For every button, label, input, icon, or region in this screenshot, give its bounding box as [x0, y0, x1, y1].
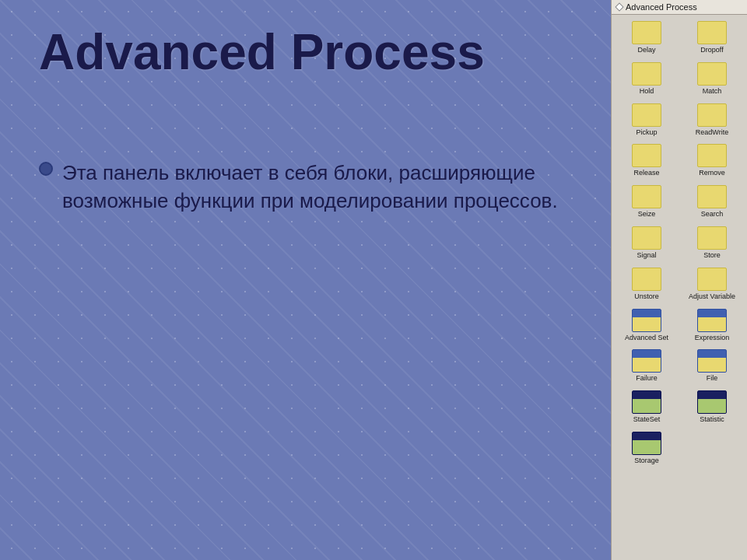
panel-item[interactable]: Statistic	[680, 387, 744, 427]
item-label: StateSet	[633, 415, 661, 424]
panel-item[interactable]: Adjust Variable	[680, 264, 744, 304]
item-icon	[697, 185, 727, 208]
panel-item[interactable]: Signal	[615, 223, 679, 263]
item-icon	[697, 144, 727, 167]
item-icon	[697, 349, 727, 373]
panel-item[interactable]: Dropoff	[680, 18, 744, 58]
item-icon	[697, 309, 727, 332]
bullet-icon	[39, 162, 53, 176]
item-icon	[632, 144, 661, 167]
panel-titlebar: Advanced Process	[612, 0, 747, 15]
panel-item[interactable]: Delay	[615, 18, 679, 58]
item-label: Store	[703, 251, 721, 260]
item-label: Adjust Variable	[689, 292, 735, 301]
panel-item[interactable]: Advanced Set	[615, 306, 679, 345]
item-label: Remove	[699, 169, 725, 177]
item-label: Advanced Set	[625, 334, 668, 342]
panel-item[interactable]: Release	[615, 141, 679, 180]
bullet-text: Эта панель включает в себя блоки, расшир…	[62, 159, 572, 215]
item-icon	[632, 21, 661, 44]
panel-item[interactable]: Remove	[680, 141, 744, 180]
panel-item[interactable]: Expression	[680, 306, 744, 345]
item-icon	[632, 62, 661, 86]
panel-item[interactable]: Seize	[615, 182, 679, 222]
item-label: Failure	[636, 374, 658, 383]
panel-item[interactable]: StateSet	[615, 387, 679, 427]
page-title: Advanced Process	[39, 23, 572, 81]
item-icon	[632, 103, 661, 127]
item-label: Hold	[640, 87, 654, 96]
item-icon	[632, 390, 661, 414]
item-icon	[632, 309, 661, 332]
item-label: Unstore	[634, 292, 659, 301]
item-label: ReadWrite	[696, 128, 728, 137]
item-icon	[632, 268, 661, 291]
panel-items-grid: DelayDropoffHoldMatchPickupReadWriteRele…	[612, 15, 747, 471]
item-label: Expression	[695, 334, 730, 342]
item-icon	[632, 432, 661, 455]
panel-diamond-icon	[615, 2, 623, 11]
main-content: Advanced Process Эта панель включает в с…	[0, 0, 611, 560]
panel-item[interactable]: Store	[680, 223, 744, 263]
item-icon	[697, 268, 727, 291]
panel-item[interactable]: ReadWrite	[680, 100, 744, 140]
panel-item[interactable]: Pickup	[615, 100, 679, 140]
item-icon	[632, 185, 661, 208]
panel-item[interactable]: Search	[680, 182, 744, 222]
panel-item[interactable]: File	[680, 346, 744, 386]
item-icon	[632, 226, 661, 250]
item-label: Signal	[637, 251, 656, 260]
item-label: Dropoff	[700, 46, 723, 54]
panel-item[interactable]: Match	[680, 59, 744, 99]
panel-item[interactable]: Failure	[615, 346, 679, 386]
panel-item[interactable]: Storage	[615, 429, 679, 468]
item-label: Seize	[638, 210, 656, 219]
right-panel: Advanced Process DelayDropoffHoldMatchPi…	[611, 0, 747, 560]
item-label: File	[707, 374, 718, 383]
panel-title: Advanced Process	[626, 2, 697, 12]
item-icon	[697, 21, 727, 44]
item-icon	[632, 349, 661, 373]
item-label: Statistic	[700, 415, 724, 424]
item-label: Pickup	[636, 128, 657, 137]
item-label: Match	[703, 87, 722, 96]
bullet-section: Эта панель включает в себя блоки, расшир…	[39, 159, 572, 215]
item-label: Delay	[637, 46, 655, 54]
panel-item[interactable]: Hold	[615, 59, 679, 99]
panel-item[interactable]: Unstore	[615, 264, 679, 304]
item-label: Search	[701, 210, 724, 219]
item-label: Storage	[634, 457, 659, 465]
item-label: Release	[633, 169, 659, 177]
item-icon	[697, 103, 727, 127]
item-icon	[697, 62, 727, 86]
item-icon	[697, 226, 727, 250]
item-icon	[697, 390, 727, 414]
